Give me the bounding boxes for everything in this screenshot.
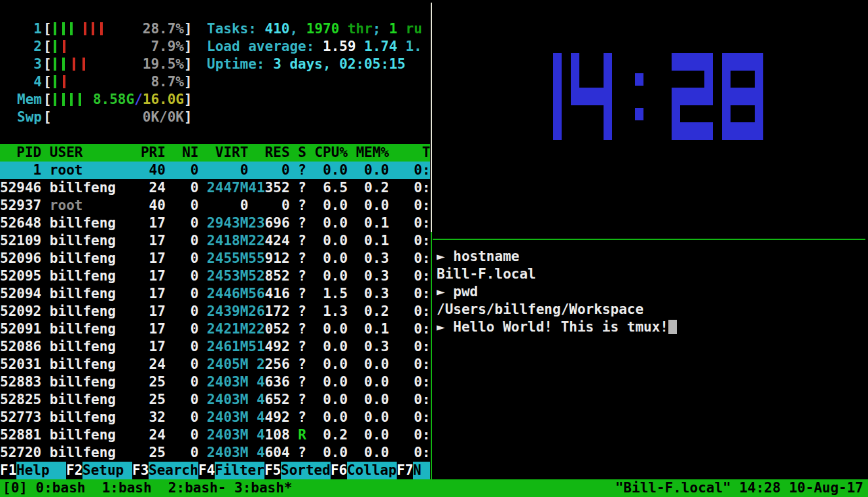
meter-swp: Swp[0K/0K] [0, 109, 430, 126]
status-host-time: "Bill-F.local" 14:28 10-Aug-17 [615, 479, 863, 497]
shell-command-line: ► Hello World! This is tmux! [437, 318, 677, 336]
process-row[interactable]: 52648 billfeng 17 0 2943M23696 ? 0.0 0.1… [0, 214, 430, 232]
bracket-close-icon: ] [184, 20, 192, 38]
shell-output-line: Bill-F.local [437, 266, 536, 283]
process-row[interactable]: 52720 billfeng 25 0 2403M 4604 ? 0.0 0.0… [0, 444, 430, 462]
fkey-action-label: Filter [215, 462, 264, 479]
clock-colon-dot [635, 73, 643, 86]
process-row[interactable]: 52086 billfeng 17 0 2461M51492 ? 0.0 0.3… [0, 338, 430, 356]
bracket-close-icon: ] [184, 109, 192, 126]
bracket-open-icon: [ [43, 91, 52, 109]
process-row[interactable]: 52773 billfeng 32 0 2403M 4492 ? 0.0 0.0… [0, 409, 430, 426]
shell-command-line: ► hostname [437, 248, 519, 266]
meter-label: 1 [16, 20, 42, 38]
clock-digit [571, 53, 612, 140]
uptime-line: Uptime: 3 days, 02:05:15 [207, 56, 430, 73]
clock-colon-dot [635, 108, 643, 120]
meter-value: 7.9% [51, 38, 184, 56]
fkey-label: F7 [397, 462, 413, 479]
process-row[interactable]: 52094 billfeng 17 0 2446M56416 ? 1.5 0.3… [0, 285, 430, 303]
process-row[interactable]: 52883 billfeng 25 0 2403M 4636 ? 0.0 0.0… [0, 373, 430, 391]
fkey-action-label: Search [149, 462, 198, 479]
bracket-open-icon: [ [43, 109, 52, 126]
prompt-icon: ► [437, 284, 453, 300]
fkey-action-label: Setup [82, 462, 132, 479]
bracket-open-icon: [ [43, 73, 52, 91]
clock-digit [672, 53, 713, 140]
shell-command-line: ► pwd [437, 283, 478, 301]
process-row[interactable]: 52031 billfeng 24 0 2405M 2256 ? 0.0 0.0… [0, 356, 430, 373]
prompt-icon: ► [437, 248, 453, 264]
pane-border-vertical-active [431, 232, 432, 479]
clock-colon [621, 53, 662, 140]
window-list[interactable]: [0] 0:bash 1:bash 2:bash- 3:bash* [3, 479, 293, 497]
meter-value: 19.5% [51, 56, 184, 73]
meter-label: Mem [16, 91, 42, 109]
terminal-screen: 1[28.7%]2[7.9%]3[19.5%]4[8.7%]Mem[8.58G/… [0, 0, 868, 497]
fkey-label: F6 [331, 462, 347, 479]
fkey-action-label: Help [16, 462, 66, 479]
fkey-label: F2 [66, 462, 82, 479]
meter-value: 8.58G/16.0G [51, 91, 184, 109]
meter-label: 2 [16, 38, 42, 56]
tmux-status-bar: [0] 0:bash 1:bash 2:bash- 3:bash* "Bill-… [0, 479, 868, 497]
process-row[interactable]: 1 root 40 0 0 0 ? 0.0 0.0 0: [0, 162, 430, 179]
meter-mem: Mem[8.58G/16.0G] [0, 91, 430, 109]
clock-digit [722, 53, 763, 140]
meter-label: 4 [16, 73, 42, 91]
clock-digit [520, 53, 562, 140]
fkey-action-label: N [413, 462, 430, 479]
prompt-icon: ► [437, 319, 453, 335]
bracket-close-icon: ] [184, 91, 192, 109]
fkey-label: F1 [0, 462, 16, 479]
pane-border-vertical [431, 3, 432, 232]
meter-label: 3 [16, 56, 42, 73]
fkey-label: F3 [132, 462, 149, 479]
meter-label: Swp [16, 109, 42, 126]
process-row[interactable]: 52825 billfeng 25 0 2403M 4652 ? 0.0 0.0… [0, 391, 430, 409]
fkey-action-label: Sorted [281, 462, 331, 479]
function-key-bar[interactable]: F1HelpF2SetupF3SearchF4FilterF5SortedF6C… [0, 462, 430, 479]
meter-value: 0K/0K [51, 109, 184, 126]
process-row[interactable]: 52937 root 40 0 0 0 ? 0.0 0.0 0: [0, 197, 430, 214]
meter-value: 28.7% [51, 20, 184, 38]
process-row[interactable]: 52109 billfeng 17 0 2418M22424 ? 0.0 0.1… [0, 232, 430, 250]
process-row[interactable]: 52095 billfeng 17 0 2453M52852 ? 0.0 0.3… [0, 267, 430, 285]
load-average-line: Load average: 1.59 1.74 1. [207, 38, 430, 56]
text-cursor [668, 320, 677, 334]
shell-output-line: /Users/billfeng/Workspace [437, 301, 643, 318]
bracket-close-icon: ] [184, 38, 192, 56]
bracket-close-icon: ] [184, 56, 192, 73]
process-row[interactable]: 52881 billfeng 24 0 2403M 4108 R 0.2 0.0… [0, 426, 430, 444]
fkey-action-label: Collap [347, 462, 397, 479]
bracket-open-icon: [ [43, 56, 52, 73]
process-row[interactable]: 52096 billfeng 17 0 2455M55912 ? 0.0 0.3… [0, 250, 430, 267]
meter-4: 4[8.7%] [0, 73, 430, 91]
pane-border-horizontal [433, 239, 865, 240]
bracket-close-icon: ] [184, 73, 192, 91]
process-row[interactable]: 52091 billfeng 17 0 2421M22052 ? 0.0 0.1… [0, 320, 430, 338]
fkey-label: F4 [198, 462, 215, 479]
table-header: PID USER PRI NI VIRT RES S CPU% MEM% T [0, 144, 430, 162]
fkey-label: F5 [264, 462, 281, 479]
bracket-open-icon: [ [43, 38, 52, 56]
process-row[interactable]: 52092 billfeng 17 0 2439M26172 ? 1.3 0.2… [0, 303, 430, 320]
tasks-line: Tasks: 410, 1970 thr; 1 ru [207, 20, 430, 38]
process-row[interactable]: 52946 billfeng 24 0 2447M41352 ? 6.5 0.2… [0, 179, 430, 197]
meter-value: 8.7% [51, 73, 184, 91]
bracket-open-icon: [ [43, 20, 52, 38]
